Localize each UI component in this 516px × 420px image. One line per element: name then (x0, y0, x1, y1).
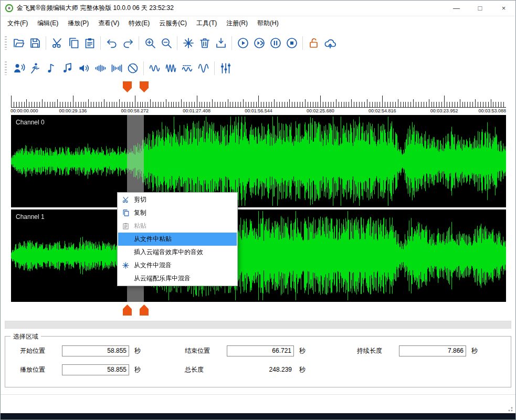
context-menu-item-insert-cloud-sound-effect[interactable]: 插入云端音效库中的音效 (118, 246, 237, 259)
play-position-input[interactable] (62, 364, 129, 375)
end-position-input[interactable] (227, 345, 294, 356)
start-position-input[interactable] (62, 345, 129, 356)
menu-item-tools[interactable]: 工具(T) (192, 17, 222, 30)
toolbar-main (1, 30, 515, 56)
redo-icon[interactable] (120, 35, 136, 51)
end-position-field: 结束位置秒 (185, 345, 306, 356)
delete-icon[interactable] (196, 35, 213, 51)
save-file-icon[interactable] (27, 35, 43, 51)
context-menu-item-label: 剪切 (133, 195, 146, 204)
waveform-canvas-1[interactable] (11, 209, 506, 302)
selection-marker-start[interactable] (123, 304, 132, 316)
context-menu-item-label: 从云端配乐库中混音 (133, 274, 191, 283)
play-file-icon[interactable] (251, 35, 267, 51)
menu-item-file[interactable]: 文件(F) (3, 17, 33, 30)
silence-icon[interactable] (124, 60, 141, 77)
context-menu-item-copy[interactable]: 复制 (118, 206, 237, 219)
waveform-display[interactable]: Channel 0Channel 1 (11, 115, 506, 302)
menu-item-play[interactable]: 播放(P) (63, 17, 93, 30)
volume-icon[interactable] (76, 60, 92, 77)
open-file-icon[interactable] (10, 35, 27, 51)
waveform-channel-1[interactable]: Channel 1 (11, 209, 506, 302)
context-menu-item-label: 从文件中混音 (133, 261, 172, 270)
ruler-time-label: 00:02:54.816 (368, 108, 396, 113)
maximize-button[interactable]: □ (468, 1, 492, 16)
unit-label: 秒 (134, 346, 141, 355)
waveform-small-icon[interactable] (92, 60, 108, 77)
timeline-ruler[interactable]: 00:00:00.00000:00:29.13600:00:58.27200:0… (11, 94, 506, 115)
ruler-time-label: 00:02:25.680 (307, 108, 334, 113)
selection-marker-end[interactable] (140, 304, 149, 316)
waveform-canvas-0[interactable] (11, 115, 506, 207)
waveform-channel-0[interactable]: Channel 0 (11, 115, 506, 207)
menu-item-register[interactable]: 注册(R) (222, 17, 252, 30)
horizontal-scrollbar[interactable] (5, 321, 511, 329)
play-position-label: 播放位置 (20, 365, 62, 374)
wave-stamp-3-icon[interactable] (179, 60, 195, 77)
window-controls: — □ × (445, 1, 515, 16)
ruler-time-label: 00:03:53.088 (478, 108, 506, 113)
titlebar: 金飞翼®音频编辑大师 完整体验版 10.0.0 06 天 23:52:32 — … (1, 1, 515, 16)
context-menu-item-mix-from-cloud-library[interactable]: 从云端配乐库中混音 (118, 272, 237, 285)
unlock-icon[interactable] (306, 35, 322, 51)
wave-stamp-1-icon[interactable] (146, 60, 163, 77)
minimize-button[interactable]: — (445, 1, 468, 16)
download-icon[interactable] (213, 35, 229, 51)
wave-stamp-4-icon[interactable] (195, 60, 212, 77)
mix-icon[interactable] (180, 35, 196, 51)
menu-item-view[interactable]: 查看(V) (93, 17, 124, 30)
context-menu: 剪切复制粘贴从文件中粘贴插入云端音效库中的音效从文件中混音从云端配乐库中混音 (117, 192, 238, 286)
selection-panel: 选择区域 开始位置秒结束位置秒持续长度秒播放位置秒总长度248.239秒 (5, 336, 511, 387)
menu-item-cloud-service[interactable]: 云服务(C) (154, 17, 192, 30)
total-length-label: 总长度 (185, 365, 227, 374)
undo-icon[interactable] (103, 35, 120, 51)
ruler-time-label: 00:00:00.000 (10, 108, 38, 113)
toolbar-grip (5, 36, 7, 50)
context-menu-item-paste-from-file[interactable]: 从文件中粘贴 (118, 233, 237, 246)
music-note-icon[interactable] (43, 60, 59, 77)
context-menu-item-cut[interactable]: 剪切 (118, 193, 237, 206)
copy-icon[interactable] (65, 35, 81, 51)
resize-grip[interactable] (506, 405, 513, 412)
menu-bar: 文件(F)编辑(E)播放(P)查看(V)特效(E)云服务(C)工具(T)注册(R… (1, 16, 515, 30)
unit-label: 秒 (134, 365, 141, 374)
toolbar-separator (177, 36, 177, 50)
pause-icon[interactable] (267, 35, 283, 51)
zoom-out-icon[interactable] (158, 35, 174, 51)
toolbar-separator (214, 61, 215, 75)
taskbar-strip (1, 413, 515, 419)
context-menu-item-label: 插入云端音效库中的音效 (133, 248, 203, 257)
paste-icon[interactable] (81, 35, 98, 51)
context-menu-item-label: 粘贴 (133, 222, 146, 230)
selection-marker-end[interactable] (140, 81, 149, 92)
zoom-in-icon[interactable] (142, 35, 158, 51)
toolbar-separator (231, 36, 232, 50)
close-button[interactable]: × (492, 1, 515, 16)
total-length-field: 总长度248.239秒 (185, 364, 306, 375)
scrollbar-thumb[interactable] (5, 321, 511, 328)
play-position-field: 播放位置秒 (20, 364, 141, 375)
menu-item-help[interactable]: 帮助(H) (252, 17, 283, 30)
end-position-label: 结束位置 (185, 346, 227, 355)
wave-stamp-2-icon[interactable] (163, 60, 179, 77)
music-notes-icon[interactable] (59, 60, 76, 77)
menu-item-effects[interactable]: 特效(E) (124, 17, 154, 30)
play-icon[interactable] (235, 35, 251, 51)
selection-marker-start[interactable] (123, 81, 132, 92)
duration-input[interactable] (399, 345, 466, 356)
waveform-large-icon[interactable] (108, 60, 124, 77)
toolbar-separator (100, 36, 101, 50)
ruler-time-label: 00:01:56.544 (245, 108, 272, 113)
toolbar-separator (143, 61, 144, 75)
start-position-field: 开始位置秒 (20, 345, 141, 356)
cloud-upload-icon[interactable] (322, 35, 338, 51)
cut-icon[interactable] (49, 35, 65, 51)
voice-icon[interactable] (10, 60, 27, 77)
equalizer-icon[interactable] (217, 60, 234, 77)
stop-icon[interactable] (283, 35, 300, 51)
ruler-ticks[interactable] (11, 94, 506, 108)
menu-item-edit[interactable]: 编辑(E) (33, 17, 63, 30)
tempo-icon[interactable] (27, 60, 43, 77)
selection-markers-bottom (11, 304, 505, 317)
context-menu-item-mix-from-file[interactable]: 从文件中混音 (118, 259, 237, 272)
